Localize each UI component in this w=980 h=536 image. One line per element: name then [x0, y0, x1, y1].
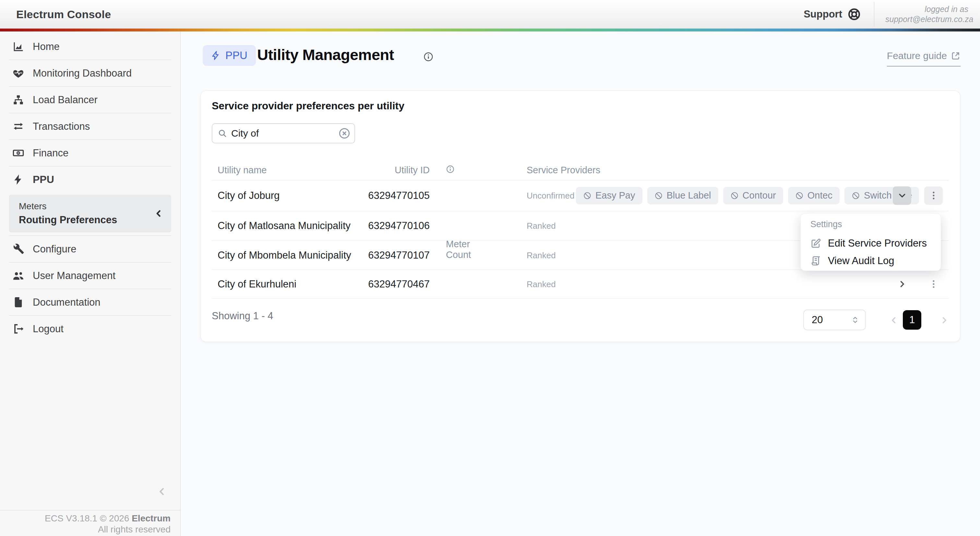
sidebar: Home Monitoring Dashboard Load Balancer: [0, 32, 181, 536]
sidebar-item-label: User Management: [33, 270, 115, 282]
sidebar-item-finance[interactable]: Finance: [0, 140, 180, 166]
app-title: Electrum Console: [16, 8, 111, 21]
sidebar-item-user-management[interactable]: User Management: [0, 263, 180, 289]
wrench-icon: [12, 243, 24, 255]
sidebar-item-label: Configure: [33, 243, 76, 255]
logged-in-as: logged in as support@electrum.co.za: [885, 4, 968, 24]
audit-log-icon: [810, 255, 821, 266]
external-link-icon: [951, 51, 961, 61]
status-badge: Ranked: [527, 250, 556, 260]
rights-text: All rights reserved: [0, 524, 170, 535]
provider-chips: Easy Pay Blue Label Contour Ontec: [576, 187, 919, 204]
topbar-divider: [874, 2, 874, 27]
sidebar-item-monitoring-dashboard[interactable]: Monitoring Dashboard: [0, 60, 180, 86]
status-badge: Unconfirmed: [527, 190, 574, 201]
lifebuoy-icon: [847, 8, 861, 21]
menu-item-edit-service-providers[interactable]: Edit Service Providers: [810, 234, 941, 252]
sidebar-item-label: Home: [33, 41, 60, 53]
utility-name: City of Joburg: [218, 190, 280, 201]
expand-row-button[interactable]: [893, 275, 911, 293]
page-size-value: 20: [812, 314, 823, 326]
menu-item-label: Edit Service Providers: [828, 238, 927, 249]
status-badge: Ranked: [527, 279, 556, 289]
sidebar-footer: ECS V3.18.1 © 2026 Electrum All rights r…: [0, 510, 180, 536]
utility-id: 63294770106: [322, 220, 430, 232]
heart-pulse-icon: [12, 67, 24, 79]
transfer-arrows-icon: [12, 120, 24, 132]
area-chart-icon: [12, 41, 24, 53]
column-header-utility-id: Utility ID: [324, 165, 430, 175]
chevron-left-icon: [153, 208, 164, 219]
ban-icon: [583, 191, 592, 200]
page: Electrum Console Support logged in as su…: [0, 0, 980, 536]
sidebar-item-label: Logout: [33, 323, 64, 335]
sidebar-item-label: Load Balancer: [33, 94, 98, 106]
support-button[interactable]: Support: [803, 8, 861, 21]
sidebar-nav: Home Monitoring Dashboard Load Balancer: [0, 32, 180, 342]
ban-icon: [795, 191, 803, 200]
row-menu-button[interactable]: [924, 186, 943, 205]
sidebar-collapse-icon[interactable]: [156, 485, 168, 498]
brand-name: Electrum: [132, 513, 170, 523]
sidebar-item-label: Transactions: [33, 121, 90, 132]
next-page-icon[interactable]: [939, 315, 950, 326]
status-badge: Ranked: [527, 221, 556, 231]
ban-icon: [730, 191, 739, 200]
current-page-button[interactable]: 1: [903, 310, 921, 330]
sidebar-item-label: Finance: [33, 147, 68, 159]
logged-in-email: support@electrum.co.za: [885, 14, 968, 24]
card-title: Service provider preferences per utility: [212, 100, 404, 112]
sidebar-item-ppu[interactable]: PPU: [0, 166, 180, 193]
kebab-icon: [928, 279, 939, 290]
column-header-service-providers: Service Providers: [527, 165, 600, 175]
utility-name: City of Ekurhuleni: [218, 278, 296, 290]
ban-icon: [851, 191, 860, 200]
utility-id: 63294770105: [322, 190, 430, 201]
sidebar-item-documentation[interactable]: Documentation: [0, 289, 180, 315]
sidebar-submenu-routing-preferences[interactable]: Meters Routing Preferences: [9, 195, 171, 232]
page-size-select[interactable]: 20: [803, 309, 866, 330]
sidebar-item-label: Documentation: [33, 297, 100, 308]
menu-item-label: View Audit Log: [828, 255, 894, 267]
search-input[interactable]: [231, 124, 328, 143]
bolt-icon: [12, 174, 24, 186]
feature-guide-link[interactable]: Feature guide: [887, 50, 961, 67]
sidebar-item-label: PPU: [33, 174, 54, 186]
utility-preferences-card: Service provider preferences per utility…: [200, 91, 960, 342]
clear-search-icon[interactable]: [338, 127, 350, 139]
table-row: City of Joburg 63294770105 Unconfirmed E…: [212, 180, 949, 211]
expand-row-button[interactable]: [893, 186, 911, 205]
row-menu-button[interactable]: [924, 275, 943, 293]
brand-gradient-bar: [0, 29, 980, 32]
kebab-icon: [928, 190, 939, 201]
utility-id: 63294770467: [322, 278, 430, 290]
ban-icon: [654, 191, 663, 200]
sidebar-item-logout[interactable]: Logout: [0, 316, 180, 342]
sidebar-item-load-balancer[interactable]: Load Balancer: [0, 87, 180, 113]
previous-page-icon[interactable]: [888, 315, 899, 326]
logout-icon: [12, 323, 24, 335]
menu-item-view-audit-log[interactable]: View Audit Log: [810, 252, 941, 270]
chevron-down-icon: [897, 190, 908, 201]
chevron-right-icon: [897, 279, 908, 290]
sidebar-item-home[interactable]: Home: [0, 34, 180, 60]
provider-chip: Ontec: [788, 187, 840, 204]
submenu-group-label: Meters: [19, 201, 164, 212]
edit-icon: [810, 238, 821, 249]
version-text: ECS V3.18.1 © 2026 Electrum: [0, 513, 170, 524]
hierarchy-icon: [12, 94, 24, 106]
document-icon: [12, 296, 24, 308]
sidebar-item-configure[interactable]: Configure: [0, 236, 180, 262]
info-icon[interactable]: [423, 52, 434, 62]
table-row: City of Ekurhuleni 63294770467 Ranked: [212, 270, 949, 298]
search-icon: [218, 129, 228, 138]
utility-search: [212, 123, 355, 144]
column-header-utility-name: Utility name: [218, 165, 267, 175]
ppu-badge-label: PPU: [225, 49, 247, 62]
logged-in-line1: logged in as: [885, 4, 968, 14]
sidebar-item-transactions[interactable]: Transactions: [0, 113, 180, 139]
ppu-badge: PPU: [203, 45, 256, 66]
info-icon[interactable]: [446, 165, 455, 174]
column-header-meter-count: Meter Count: [446, 165, 455, 174]
page-title: Utility Management: [257, 46, 394, 64]
